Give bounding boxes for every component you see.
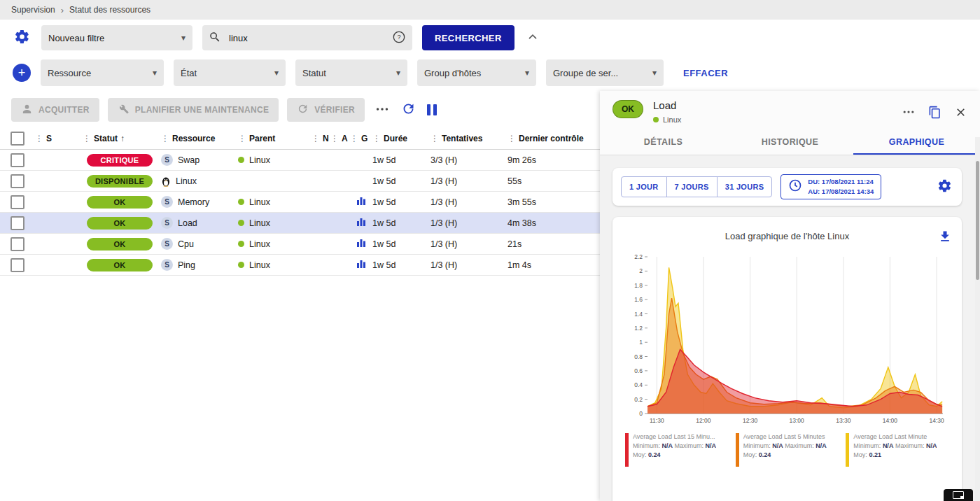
legend-item[interactable]: Average Load Last 5 Minutes Minimum: N/A… bbox=[736, 433, 839, 467]
breadcrumb-item-statut-ressources[interactable]: Statut des ressources bbox=[69, 5, 150, 15]
pause-button[interactable] bbox=[426, 103, 438, 117]
clear-filters-button[interactable]: EFFACER bbox=[679, 67, 732, 79]
time-range-button[interactable]: 1 JOUR bbox=[621, 176, 667, 197]
column-header[interactable]: ⋮ Durée bbox=[372, 134, 430, 143]
table-row[interactable]: OK S Memory Linux 1w 5d 1/3 (H) 3m 55s bbox=[0, 192, 600, 213]
legend-max-label: Maximum: bbox=[785, 442, 814, 449]
svg-text:0.4: 0.4 bbox=[634, 381, 643, 388]
svg-text:13:00: 13:00 bbox=[789, 417, 804, 424]
copy-link-button[interactable] bbox=[927, 104, 943, 122]
select-all-checkbox[interactable] bbox=[10, 132, 24, 146]
column-header[interactable]: ⋮ A bbox=[330, 134, 350, 143]
row-checkbox[interactable] bbox=[10, 216, 24, 230]
resource-cell: S Load bbox=[161, 217, 238, 229]
column-header[interactable]: ⋮ Ressource bbox=[161, 134, 238, 143]
chart-title: Load graphique de l'hôte Linux bbox=[620, 231, 955, 241]
panel-header: OK Load Linux bbox=[600, 91, 980, 129]
graph-settings-button[interactable] bbox=[936, 177, 953, 197]
saved-filter-select[interactable]: Nouveau filtre ▾ bbox=[41, 25, 192, 50]
close-panel-button[interactable] bbox=[953, 104, 969, 122]
svg-text:1.4: 1.4 bbox=[634, 310, 643, 317]
status-badge: OK bbox=[87, 217, 153, 230]
scrollbar-thumb[interactable] bbox=[976, 161, 979, 280]
filter-settings-button[interactable] bbox=[13, 27, 31, 48]
legend-series-name: Average Load Last Minute bbox=[853, 433, 937, 440]
panel-title: Load bbox=[653, 99, 681, 111]
row-checkbox[interactable] bbox=[10, 153, 24, 167]
column-header[interactable]: ⋮ Statut ↑ bbox=[83, 134, 161, 143]
panel-tab[interactable]: GRAPHIQUE bbox=[853, 129, 980, 155]
range-from: DU: 17/08/2021 11:24 bbox=[808, 177, 874, 187]
panel-tab[interactable]: HISTORIQUE bbox=[727, 129, 853, 155]
help-icon[interactable]: ? bbox=[392, 30, 406, 46]
graph-icon[interactable] bbox=[356, 259, 366, 271]
graph-icon[interactable] bbox=[356, 238, 366, 250]
criteria-dropdown[interactable]: Group d'hôtes ▾ bbox=[417, 59, 536, 86]
export-graph-button[interactable] bbox=[937, 228, 953, 247]
acknowledge-button[interactable]: ACQUITTER bbox=[11, 98, 99, 122]
graph-icon[interactable] bbox=[356, 217, 366, 229]
legend-text: Average Load Last 15 Minu... Minimum: N/… bbox=[633, 433, 716, 467]
service-icon: S bbox=[161, 259, 173, 271]
legend-avg-value: 0.21 bbox=[869, 451, 881, 458]
screencast-indicator[interactable] bbox=[944, 489, 973, 501]
breadcrumb-item-supervision[interactable]: Supervision bbox=[11, 5, 55, 15]
column-label: Parent bbox=[249, 134, 275, 143]
legend-color-bar bbox=[736, 433, 739, 467]
dropdown-label: Statut bbox=[302, 68, 326, 78]
graph-card: Load graphique de l'hôte Linux 00.20.40.… bbox=[612, 217, 962, 501]
more-actions-button[interactable] bbox=[373, 100, 391, 120]
time-range-button[interactable]: 31 JOURS bbox=[717, 176, 773, 197]
time-range-button[interactable]: 7 JOURS bbox=[666, 176, 718, 197]
panel-more-button[interactable] bbox=[900, 104, 917, 122]
criteria-dropdown[interactable]: Ressource ▾ bbox=[41, 59, 164, 86]
table-row[interactable]: OK S Ping Linux 1w 5d 1/3 (H) 1m 4s bbox=[0, 255, 600, 276]
column-header[interactable]: ⋮ N bbox=[312, 134, 330, 143]
column-header[interactable]: ⋮ G bbox=[350, 134, 372, 143]
legend-item[interactable]: Average Load Last 15 Minu... Minimum: N/… bbox=[625, 433, 729, 467]
close-icon bbox=[954, 106, 967, 121]
legend-item[interactable]: Average Load Last Minute Minimum: N/A Ma… bbox=[846, 433, 949, 467]
table-row[interactable]: OK S Load Linux 1w 5d 1/3 (H) 4m 38s bbox=[0, 213, 600, 234]
check-label: VÉRIFIER bbox=[314, 105, 355, 115]
dropdown-label: Groupe de ser... bbox=[553, 68, 618, 78]
graph-cell bbox=[350, 196, 372, 208]
maintenance-button[interactable]: PLANIFIER UNE MAINTENANCE bbox=[108, 98, 279, 122]
status-badge: OK bbox=[87, 259, 153, 271]
table-row[interactable]: CRITIQUE S Swap Linux 1w 5d 3/3 (H) 9m 2… bbox=[0, 150, 600, 171]
column-header[interactable]: ⋮ Tentatives bbox=[430, 134, 507, 143]
refresh-button[interactable] bbox=[400, 100, 417, 120]
caret-down-icon: ▾ bbox=[525, 68, 529, 78]
date-range-picker[interactable]: DU: 17/08/2021 11:24 AU: 17/08/2021 14:3… bbox=[780, 174, 881, 199]
svg-text:0: 0 bbox=[639, 410, 643, 417]
wrench-icon bbox=[118, 103, 130, 117]
column-label: S bbox=[46, 134, 52, 143]
column-header[interactable]: ⋮ Parent bbox=[238, 134, 312, 143]
collapse-filters-button[interactable] bbox=[524, 29, 541, 48]
search-input[interactable] bbox=[227, 32, 386, 44]
load-chart[interactable]: 00.20.40.60.811.21.41.61.822.211:3012:00… bbox=[626, 251, 948, 430]
table-row[interactable]: DISPONIBLE Linux 1w 5d 1/3 (H) 55s bbox=[0, 171, 600, 192]
criteria-dropdown[interactable]: Groupe de ser... ▾ bbox=[546, 59, 664, 86]
legend-min-label: Minimum: bbox=[633, 442, 660, 449]
table-row[interactable]: OK S Cpu Linux 1w 5d 1/3 (H) 21s bbox=[0, 234, 600, 255]
panel-tab[interactable]: DÉTAILS bbox=[600, 129, 727, 155]
tries-cell: 1/3 (H) bbox=[430, 260, 507, 270]
duration-cell: 1w 5d bbox=[372, 176, 430, 186]
add-criteria-button[interactable]: + bbox=[13, 64, 31, 82]
maintenance-label: PLANIFIER UNE MAINTENANCE bbox=[135, 105, 270, 115]
row-checkbox[interactable] bbox=[10, 195, 24, 209]
row-checkbox[interactable] bbox=[10, 258, 24, 272]
criteria-dropdown[interactable]: Statut ▾ bbox=[295, 59, 407, 86]
row-checkbox[interactable] bbox=[10, 174, 24, 188]
panel-scrollbar[interactable] bbox=[975, 137, 980, 501]
last-check-cell: 9m 26s bbox=[507, 155, 600, 165]
column-header[interactable]: ⋮ S bbox=[35, 134, 83, 143]
criteria-dropdown[interactable]: État ▾ bbox=[174, 59, 286, 86]
check-button[interactable]: VÉRIFIER bbox=[287, 98, 365, 122]
search-button[interactable]: RECHERCHER bbox=[422, 25, 514, 50]
graph-icon[interactable] bbox=[356, 196, 366, 208]
row-checkbox[interactable] bbox=[10, 237, 24, 251]
column-label: Dernier contrôle bbox=[519, 134, 584, 143]
column-header[interactable]: ⋮ Dernier contrôle bbox=[507, 134, 600, 143]
